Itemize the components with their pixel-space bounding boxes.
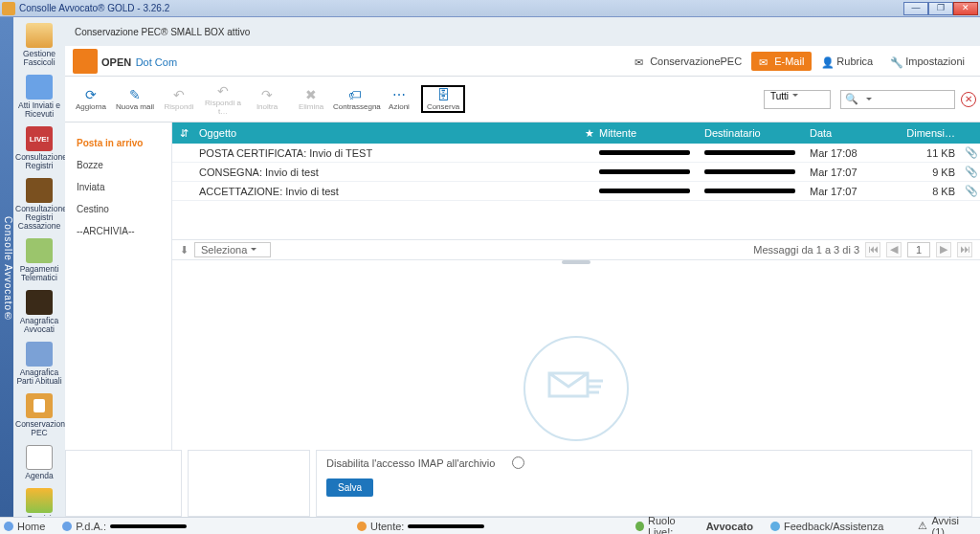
msg-date: Mar 17:07 xyxy=(810,186,905,197)
lower-panel-settings: Disabilita l'accesso IMAP all'archivio S… xyxy=(316,450,972,517)
reply-all-icon: ↶ xyxy=(201,83,245,99)
user-icon xyxy=(357,522,367,531)
hat-icon xyxy=(26,290,53,315)
pager-last[interactable]: ⏭ xyxy=(957,242,972,257)
redacted-sender xyxy=(599,169,690,174)
pager-next[interactable]: ▶ xyxy=(936,242,951,257)
nav-gestione-fascicoli[interactable]: Gestione Fascicoli xyxy=(15,21,63,69)
nav-conservazione-pec[interactable]: Conservazione PEC xyxy=(15,391,63,439)
message-table-header: ⇵ Oggetto ★ Mittente Destinatario Data D… xyxy=(172,122,980,144)
mail-people-icon xyxy=(26,75,53,100)
salva-button[interactable]: Salva xyxy=(326,478,373,497)
message-row[interactable]: ACCETTAZIONE: Invio di test Mar 17:07 8 … xyxy=(172,182,980,201)
folder-inbox[interactable]: Posta in arrivo xyxy=(77,132,160,154)
redacted-sender xyxy=(599,150,690,155)
tb-nuova-mail[interactable]: ✎Nuova mail xyxy=(113,85,157,113)
pda-icon xyxy=(62,522,72,531)
tb-conserva[interactable]: 🗄Conserva xyxy=(421,85,465,113)
sicurezza-postale-watermark xyxy=(523,336,629,441)
mail-icon: ✉ xyxy=(759,56,770,66)
splitter-handle[interactable] xyxy=(562,260,590,264)
forward-icon: ↷ xyxy=(245,87,289,102)
pager-prev[interactable]: ◀ xyxy=(886,242,902,257)
lower-panel-1 xyxy=(65,450,182,517)
col-dimensione[interactable]: Dimensi… xyxy=(905,127,963,139)
col-oggetto[interactable]: Oggetto xyxy=(195,127,580,139)
clear-search-button[interactable]: ✕ xyxy=(961,92,976,107)
folder-trash[interactable]: Cestino xyxy=(77,198,160,220)
vertical-app-label: Consolle Avvocato® xyxy=(0,17,13,517)
live-icon: LIVE! xyxy=(26,126,53,151)
imap-disable-label: Disabilita l'accesso IMAP all'archivio xyxy=(326,457,495,469)
msg-subject: POSTA CERTIFICATA: Invio di TEST xyxy=(195,147,580,159)
col-sort[interactable]: ⇵ xyxy=(172,127,195,140)
message-row[interactable]: CONSEGNA: Invio di test Mar 17:07 9 KB 📎 xyxy=(172,163,980,182)
tb-aggiorna[interactable]: ⟳Aggiorna xyxy=(69,85,113,113)
logo-square-icon xyxy=(73,49,98,74)
nav-consultazione-registri[interactable]: LIVE!Consultazione Registri xyxy=(15,124,63,172)
msg-size: 9 KB xyxy=(905,167,963,178)
folder-sent[interactable]: Inviata xyxy=(77,176,160,198)
folder-archivia[interactable]: --ARCHIVIA-- xyxy=(77,220,160,242)
redacted-recipient xyxy=(704,150,795,155)
col-destinatario[interactable]: Destinatario xyxy=(704,127,810,139)
tag-icon: 🏷 xyxy=(333,87,377,102)
msg-date: Mar 17:08 xyxy=(810,147,905,159)
search-input[interactable]: 🔍 xyxy=(840,90,955,109)
logo-sub: Dot Com xyxy=(136,56,177,68)
user-icon: 👤 xyxy=(821,56,833,66)
redacted-sender xyxy=(599,189,690,193)
window-title: Consolle Avvocato® GOLD - 3.26.2 xyxy=(19,3,903,13)
header-impostazioni[interactable]: 🔧Impostazioni xyxy=(882,52,972,71)
col-star[interactable]: ★ xyxy=(580,127,599,140)
lock-envelope-icon xyxy=(26,393,53,418)
header-rubrica[interactable]: 👤Rubrica xyxy=(813,52,880,71)
archive-icon: 🗄 xyxy=(423,87,463,102)
alert-icon: ⚠ xyxy=(918,520,927,532)
bulk-arrow-icon[interactable]: ⬇ xyxy=(180,244,189,256)
col-data[interactable]: Data xyxy=(810,127,905,139)
header-email[interactable]: ✉E-Mail xyxy=(751,52,812,71)
tb-azioni[interactable]: ⋯Azioni xyxy=(377,85,421,113)
nav-anagrafica-parti[interactable]: Anagrafica Parti Abituali xyxy=(15,340,63,388)
nav-atti[interactable]: Atti Inviati e Ricevuti xyxy=(15,73,63,121)
tb-rispondi-tutti[interactable]: ↶Rispondi a t… xyxy=(201,81,245,118)
tb-contrassegna[interactable]: 🏷Contrassegna xyxy=(333,85,377,113)
envelope-icon: ✉ xyxy=(635,56,646,66)
conservazione-status: Conservazione PEC® SMALL BOX attivo xyxy=(65,17,980,46)
header-conservazione-pec[interactable]: ✉ConservazionePEC xyxy=(627,52,749,71)
msg-subject: CONSEGNA: Invio di test xyxy=(195,167,580,178)
status-home[interactable]: Home xyxy=(4,521,45,532)
window-close-button[interactable]: ✕ xyxy=(953,2,978,15)
pager-current[interactable]: 1 xyxy=(907,242,930,257)
tb-elimina[interactable]: ✖Elimina xyxy=(289,85,333,113)
nav-anagrafica-avvocati[interactable]: Anagrafica Avvocati xyxy=(15,288,63,336)
col-mittente[interactable]: Mittente xyxy=(599,127,704,139)
window-restore-button[interactable]: ❐ xyxy=(928,2,953,15)
window-minimize-button[interactable]: — xyxy=(903,2,928,15)
window-titlebar: Consolle Avvocato® GOLD - 3.26.2 — ❐ ✕ xyxy=(0,0,980,17)
reply-icon: ↶ xyxy=(157,87,201,102)
nav-pagamenti[interactable]: Pagamenti Telematici xyxy=(15,236,63,284)
status-pda: P.d.A.: xyxy=(62,521,187,532)
folder-drafts[interactable]: Bozze xyxy=(77,154,160,176)
bulk-select[interactable]: Seleziona xyxy=(194,242,271,257)
nav-consultazione-cassazione[interactable]: Consultazione Registri Cassazione xyxy=(15,176,63,233)
msg-subject: ACCETTAZIONE: Invio di test xyxy=(195,186,580,197)
imap-disable-radio[interactable] xyxy=(512,456,524,469)
status-avvisi[interactable]: ⚠Avvisi (1) xyxy=(918,515,959,535)
lower-panels: Disabilita l'accesso IMAP all'archivio S… xyxy=(65,450,972,517)
role-icon xyxy=(635,522,644,531)
status-ruolo: Ruolo Live!: Avvocato xyxy=(635,515,752,535)
status-feedback[interactable]: Feedback/Assistenza xyxy=(770,521,884,532)
pager-first[interactable]: ⏮ xyxy=(865,242,880,257)
nav-agenda[interactable]: Agenda xyxy=(15,443,63,482)
tb-inoltra[interactable]: ↷Inoltra xyxy=(245,85,289,113)
msg-date: Mar 17:07 xyxy=(810,167,905,178)
message-row[interactable]: POSTA CERTIFICATA: Invio di TEST Mar 17:… xyxy=(172,144,980,163)
tb-rispondi[interactable]: ↶Rispondi xyxy=(157,85,201,113)
redacted-recipient xyxy=(704,169,795,174)
filter-select[interactable]: Tutti xyxy=(764,90,831,109)
message-list-footer: ⬇ Seleziona Messaggi da 1 a 3 di 3 ⏮ ◀ 1… xyxy=(172,239,980,260)
delete-icon: ✖ xyxy=(289,87,333,102)
